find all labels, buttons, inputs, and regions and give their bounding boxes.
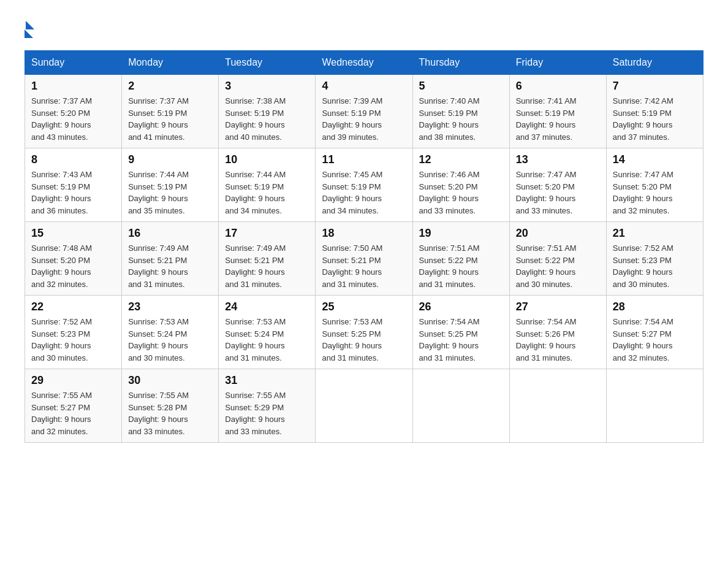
day-number: 23 xyxy=(128,301,212,313)
calendar-cell: 1Sunrise: 7:37 AMSunset: 5:20 PMDaylight… xyxy=(25,75,122,148)
day-number: 6 xyxy=(516,80,600,93)
day-info: Sunrise: 7:44 AMSunset: 5:19 PMDaylight:… xyxy=(225,169,309,216)
day-number: 31 xyxy=(225,374,309,387)
day-number: 11 xyxy=(322,153,406,166)
day-number: 1 xyxy=(31,80,115,93)
calendar-cell: 16Sunrise: 7:49 AMSunset: 5:21 PMDayligh… xyxy=(122,222,219,296)
day-number: 19 xyxy=(419,227,503,240)
day-info: Sunrise: 7:54 AMSunset: 5:25 PMDaylight:… xyxy=(419,316,503,364)
day-number: 18 xyxy=(322,227,406,240)
calendar-table: SundayMondayTuesdayWednesdayThursdayFrid… xyxy=(25,50,703,443)
day-number: 3 xyxy=(225,80,309,93)
calendar-cell: 29Sunrise: 7:55 AMSunset: 5:27 PMDayligh… xyxy=(25,369,122,443)
day-number: 10 xyxy=(225,153,309,166)
day-number: 5 xyxy=(419,80,503,93)
calendar-cell: 23Sunrise: 7:53 AMSunset: 5:24 PMDayligh… xyxy=(122,296,219,369)
day-number: 4 xyxy=(322,80,406,93)
day-info: Sunrise: 7:42 AMSunset: 5:19 PMDaylight:… xyxy=(613,95,697,143)
calendar-cell: 9Sunrise: 7:44 AMSunset: 5:19 PMDaylight… xyxy=(122,148,219,222)
day-info: Sunrise: 7:40 AMSunset: 5:19 PMDaylight:… xyxy=(419,95,503,143)
day-info: Sunrise: 7:51 AMSunset: 5:22 PMDaylight:… xyxy=(516,242,600,290)
day-number: 22 xyxy=(31,301,115,313)
day-number: 25 xyxy=(322,301,406,313)
calendar-cell: 24Sunrise: 7:53 AMSunset: 5:24 PMDayligh… xyxy=(219,296,316,369)
calendar-cell: 3Sunrise: 7:38 AMSunset: 5:19 PMDaylight… xyxy=(219,75,316,148)
weekday-header-saturday: Saturday xyxy=(606,51,703,75)
day-info: Sunrise: 7:49 AMSunset: 5:21 PMDaylight:… xyxy=(225,242,309,290)
day-info: Sunrise: 7:52 AMSunset: 5:23 PMDaylight:… xyxy=(31,316,115,364)
calendar-cell: 7Sunrise: 7:42 AMSunset: 5:19 PMDaylight… xyxy=(606,75,703,148)
day-number: 12 xyxy=(419,153,503,166)
day-number: 24 xyxy=(225,301,309,313)
day-number: 20 xyxy=(516,227,600,240)
day-info: Sunrise: 7:37 AMSunset: 5:20 PMDaylight:… xyxy=(31,95,115,143)
calendar-cell: 13Sunrise: 7:47 AMSunset: 5:20 PMDayligh… xyxy=(509,148,606,222)
weekday-header-row: SundayMondayTuesdayWednesdayThursdayFrid… xyxy=(25,51,703,75)
calendar-cell: 20Sunrise: 7:51 AMSunset: 5:22 PMDayligh… xyxy=(509,222,606,296)
calendar-cell xyxy=(509,369,606,443)
weekday-header-friday: Friday xyxy=(509,51,606,75)
day-info: Sunrise: 7:55 AMSunset: 5:28 PMDaylight:… xyxy=(128,389,212,437)
day-info: Sunrise: 7:52 AMSunset: 5:23 PMDaylight:… xyxy=(613,242,697,290)
calendar-cell: 22Sunrise: 7:52 AMSunset: 5:23 PMDayligh… xyxy=(25,296,122,369)
calendar-cell: 21Sunrise: 7:52 AMSunset: 5:23 PMDayligh… xyxy=(606,222,703,296)
weekday-header-sunday: Sunday xyxy=(25,51,122,75)
day-info: Sunrise: 7:50 AMSunset: 5:21 PMDaylight:… xyxy=(322,242,406,290)
weekday-header-thursday: Thursday xyxy=(412,51,509,75)
day-info: Sunrise: 7:53 AMSunset: 5:24 PMDaylight:… xyxy=(225,316,309,364)
day-number: 7 xyxy=(613,80,697,93)
day-info: Sunrise: 7:45 AMSunset: 5:19 PMDaylight:… xyxy=(322,169,406,216)
calendar-cell: 18Sunrise: 7:50 AMSunset: 5:21 PMDayligh… xyxy=(316,222,412,296)
calendar-cell: 14Sunrise: 7:47 AMSunset: 5:20 PMDayligh… xyxy=(606,148,703,222)
week-row-3: 15Sunrise: 7:48 AMSunset: 5:20 PMDayligh… xyxy=(25,222,703,296)
day-number: 27 xyxy=(516,301,600,313)
day-info: Sunrise: 7:55 AMSunset: 5:29 PMDaylight:… xyxy=(225,389,309,437)
day-number: 17 xyxy=(225,227,309,240)
day-info: Sunrise: 7:44 AMSunset: 5:19 PMDaylight:… xyxy=(128,169,212,216)
calendar-cell: 15Sunrise: 7:48 AMSunset: 5:20 PMDayligh… xyxy=(25,222,122,296)
day-info: Sunrise: 7:47 AMSunset: 5:20 PMDaylight:… xyxy=(516,169,600,216)
calendar-cell: 26Sunrise: 7:54 AMSunset: 5:25 PMDayligh… xyxy=(412,296,509,369)
week-row-2: 8Sunrise: 7:43 AMSunset: 5:19 PMDaylight… xyxy=(25,148,703,222)
day-number: 28 xyxy=(613,301,697,313)
day-info: Sunrise: 7:53 AMSunset: 5:24 PMDaylight:… xyxy=(128,316,212,364)
weekday-header-wednesday: Wednesday xyxy=(316,51,412,75)
calendar-cell: 31Sunrise: 7:55 AMSunset: 5:29 PMDayligh… xyxy=(219,369,316,443)
calendar-cell: 25Sunrise: 7:53 AMSunset: 5:25 PMDayligh… xyxy=(316,296,412,369)
day-info: Sunrise: 7:53 AMSunset: 5:25 PMDaylight:… xyxy=(322,316,406,364)
day-number: 9 xyxy=(128,153,212,166)
day-info: Sunrise: 7:49 AMSunset: 5:21 PMDaylight:… xyxy=(128,242,212,290)
calendar-cell: 2Sunrise: 7:37 AMSunset: 5:19 PMDaylight… xyxy=(122,75,219,148)
logo-triangle-icon xyxy=(26,21,34,29)
day-info: Sunrise: 7:54 AMSunset: 5:26 PMDaylight:… xyxy=(516,316,600,364)
day-number: 13 xyxy=(516,153,600,166)
day-info: Sunrise: 7:47 AMSunset: 5:20 PMDaylight:… xyxy=(613,169,697,216)
calendar-cell: 8Sunrise: 7:43 AMSunset: 5:19 PMDaylight… xyxy=(25,148,122,222)
week-row-1: 1Sunrise: 7:37 AMSunset: 5:20 PMDaylight… xyxy=(25,75,703,148)
page-header xyxy=(25,18,703,38)
day-number: 15 xyxy=(31,227,115,240)
calendar-cell: 12Sunrise: 7:46 AMSunset: 5:20 PMDayligh… xyxy=(412,148,509,222)
day-number: 14 xyxy=(613,153,697,166)
calendar-cell: 17Sunrise: 7:49 AMSunset: 5:21 PMDayligh… xyxy=(219,222,316,296)
day-number: 2 xyxy=(128,80,212,93)
logo-blue-triangle xyxy=(25,29,33,38)
calendar-cell: 5Sunrise: 7:40 AMSunset: 5:19 PMDaylight… xyxy=(412,75,509,148)
calendar-cell: 28Sunrise: 7:54 AMSunset: 5:27 PMDayligh… xyxy=(606,296,703,369)
weekday-header-monday: Monday xyxy=(122,51,219,75)
day-info: Sunrise: 7:37 AMSunset: 5:19 PMDaylight:… xyxy=(128,95,212,143)
calendar-cell: 11Sunrise: 7:45 AMSunset: 5:19 PMDayligh… xyxy=(316,148,412,222)
day-number: 29 xyxy=(31,374,115,387)
calendar-cell: 10Sunrise: 7:44 AMSunset: 5:19 PMDayligh… xyxy=(219,148,316,222)
day-number: 16 xyxy=(128,227,212,240)
day-info: Sunrise: 7:43 AMSunset: 5:19 PMDaylight:… xyxy=(31,169,115,216)
calendar-cell: 19Sunrise: 7:51 AMSunset: 5:22 PMDayligh… xyxy=(412,222,509,296)
day-info: Sunrise: 7:54 AMSunset: 5:27 PMDaylight:… xyxy=(613,316,697,364)
calendar-cell: 27Sunrise: 7:54 AMSunset: 5:26 PMDayligh… xyxy=(509,296,606,369)
week-row-5: 29Sunrise: 7:55 AMSunset: 5:27 PMDayligh… xyxy=(25,369,703,443)
week-row-4: 22Sunrise: 7:52 AMSunset: 5:23 PMDayligh… xyxy=(25,296,703,369)
calendar-cell xyxy=(316,369,412,443)
day-info: Sunrise: 7:41 AMSunset: 5:19 PMDaylight:… xyxy=(516,95,600,143)
weekday-header-tuesday: Tuesday xyxy=(219,51,316,75)
day-info: Sunrise: 7:38 AMSunset: 5:19 PMDaylight:… xyxy=(225,95,309,143)
